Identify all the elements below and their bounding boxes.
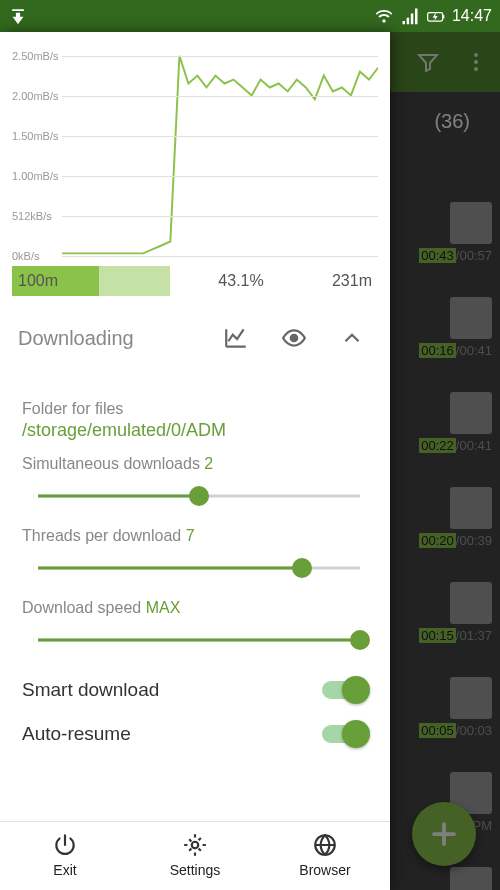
simul-slider[interactable]: [38, 479, 360, 513]
y-tick: 2.50mB/s: [12, 50, 58, 62]
svg-rect-1: [443, 15, 445, 18]
auto-resume-label: Auto-resume: [22, 723, 131, 745]
collapse-icon[interactable]: [332, 318, 372, 358]
speed-chart: 2.50mB/s2.00mB/s1.50mB/s1.00mB/s512kB/s0…: [0, 32, 390, 296]
threads-slider[interactable]: [38, 551, 360, 585]
y-tick: 512kB/s: [12, 210, 52, 222]
speed-label: Download speed MAX: [22, 599, 368, 617]
globe-icon: [312, 832, 338, 858]
folder-path[interactable]: /storage/emulated/0/ADM: [22, 420, 368, 441]
wifi-icon: [374, 6, 394, 26]
download-arrow-icon: [8, 6, 28, 26]
y-tick: 0kB/s: [12, 250, 40, 262]
bottom-bar: Exit Settings Browser: [0, 821, 390, 890]
progress-bar: 100m 43.1% 231m: [12, 266, 378, 296]
power-icon: [52, 832, 78, 858]
svg-point-6: [192, 842, 199, 849]
status-bar: 14:47: [0, 0, 500, 32]
progress-total: 231m: [332, 272, 372, 290]
battery-icon: [426, 6, 446, 26]
progress-percent: 43.1%: [218, 272, 263, 290]
folder-label: Folder for files: [22, 400, 368, 418]
side-panel: 2.50mB/s2.00mB/s1.50mB/s1.00mB/s512kB/s0…: [0, 32, 390, 890]
speed-slider[interactable]: [38, 623, 360, 657]
auto-resume-switch[interactable]: [322, 725, 368, 743]
signal-icon: [400, 6, 420, 26]
panel-title: Downloading: [18, 327, 198, 350]
smart-download-label: Smart download: [22, 679, 159, 701]
svg-point-5: [291, 335, 298, 342]
gear-icon: [182, 832, 208, 858]
y-tick: 1.00mB/s: [12, 170, 58, 182]
smart-download-switch[interactable]: [322, 681, 368, 699]
y-tick: 1.50mB/s: [12, 130, 58, 142]
status-time: 14:47: [452, 7, 492, 25]
simul-label: Simultaneous downloads 2: [22, 455, 368, 473]
y-tick: 2.00mB/s: [12, 90, 58, 102]
browser-button[interactable]: Browser: [260, 822, 390, 890]
threads-label: Threads per download 7: [22, 527, 368, 545]
exit-button[interactable]: Exit: [0, 822, 130, 890]
visibility-icon[interactable]: [274, 318, 314, 358]
settings-button[interactable]: Settings: [130, 822, 260, 890]
progress-downloaded: 100m: [18, 272, 58, 290]
chart-toggle-icon[interactable]: [216, 318, 256, 358]
